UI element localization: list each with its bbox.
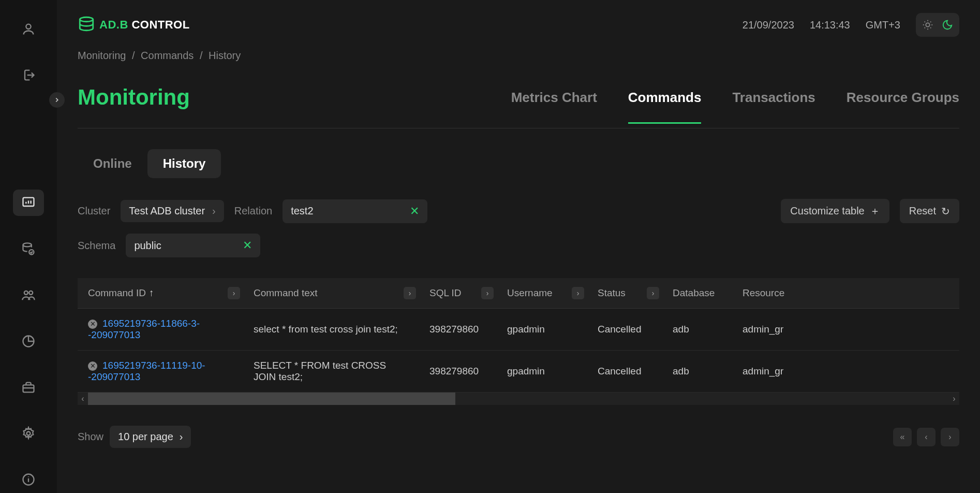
horizontal-scrollbar[interactable]: ‹ › <box>78 393 959 405</box>
resource-cell: admin_gr <box>732 309 959 351</box>
gear-icon[interactable] <box>13 421 44 447</box>
plus-icon: ＋ <box>870 204 880 218</box>
light-mode-button[interactable] <box>918 15 938 35</box>
chart-icon[interactable] <box>13 328 44 354</box>
reset-button[interactable]: Reset ↻ <box>900 199 959 223</box>
expand-sidebar-button[interactable] <box>49 92 65 108</box>
page-next-button[interactable]: › <box>941 428 959 446</box>
per-page-select[interactable]: 10 per page › <box>110 426 191 448</box>
status-cell: Cancelled <box>587 351 662 393</box>
page-prev-button[interactable]: ‹ <box>917 428 936 446</box>
chevron-right-icon: › <box>212 205 216 217</box>
col-menu-icon[interactable]: › <box>404 287 416 299</box>
users-icon[interactable] <box>13 282 44 308</box>
user-icon[interactable] <box>13 16 44 42</box>
svg-point-0 <box>26 24 31 28</box>
col-username[interactable]: Username› <box>497 278 587 309</box>
header-tz: GMT+3 <box>866 19 900 31</box>
sort-asc-icon: ↑ <box>149 287 154 298</box>
command-text-cell: SELECT * FROM test CROSS JOIN test2; <box>243 351 419 393</box>
col-menu-icon[interactable]: › <box>647 287 659 299</box>
logo[interactable]: AD.B CONTROL <box>78 15 190 35</box>
tab-metrics-chart[interactable]: Metrics Chart <box>511 90 597 124</box>
tab-resource-groups[interactable]: Resource Groups <box>847 90 959 124</box>
customize-table-button[interactable]: Customize table ＋ <box>781 199 889 223</box>
cluster-label: Cluster <box>78 205 110 217</box>
dark-mode-button[interactable] <box>938 15 957 35</box>
status-cell: Cancelled <box>587 309 662 351</box>
header-date: 21/09/2023 <box>743 19 794 31</box>
svg-point-4 <box>24 291 28 295</box>
table-row: ✕1695219736-11119-10--209077013 SELECT *… <box>78 351 959 393</box>
svg-point-10 <box>80 17 93 22</box>
refresh-icon: ↻ <box>941 205 950 218</box>
relation-label: Relation <box>234 205 272 217</box>
breadcrumb-monitoring[interactable]: Monitoring <box>78 50 126 61</box>
col-menu-icon[interactable]: › <box>481 287 494 299</box>
logout-icon[interactable] <box>13 62 44 88</box>
header-time: 14:13:43 <box>810 19 850 31</box>
svg-point-8 <box>27 432 31 436</box>
database-cell: adb <box>662 351 732 393</box>
col-database[interactable]: Database <box>662 278 732 309</box>
logo-text: AD.B CONTROL <box>99 18 190 32</box>
monitoring-icon[interactable] <box>13 190 44 216</box>
svg-point-5 <box>29 291 33 295</box>
schema-input[interactable]: public ✕ <box>126 234 260 257</box>
username-cell: gpadmin <box>497 309 587 351</box>
col-sql-id[interactable]: SQL ID› <box>419 278 497 309</box>
col-resource[interactable]: Resource <box>732 278 959 309</box>
database-cell: adb <box>662 309 732 351</box>
briefcase-icon[interactable] <box>13 374 44 400</box>
col-command-text[interactable]: Command text› <box>243 278 419 309</box>
svg-point-2 <box>23 243 32 247</box>
theme-toggle <box>916 13 959 37</box>
tab-transactions[interactable]: Transactions <box>732 90 815 124</box>
cancelled-icon: ✕ <box>88 361 97 371</box>
scrollbar-thumb[interactable] <box>88 393 455 405</box>
cluster-select[interactable]: Test ADB cluster › <box>121 200 224 222</box>
sql-id-cell: 398279860 <box>419 351 497 393</box>
col-status[interactable]: Status› <box>587 278 662 309</box>
col-menu-icon[interactable]: › <box>572 287 584 299</box>
subtab-online[interactable]: Online <box>78 149 147 178</box>
chevron-right-icon: › <box>180 431 183 443</box>
scroll-right-icon[interactable]: › <box>949 394 959 403</box>
breadcrumb: Monitoring / Commands / History <box>78 50 959 62</box>
subtab-history[interactable]: History <box>147 149 221 178</box>
logo-icon <box>78 15 95 35</box>
command-id-link[interactable]: 1695219736-11866-3--209077013 <box>88 318 200 340</box>
command-text-cell: select * from test cross join test2; <box>243 309 419 351</box>
svg-point-11 <box>926 23 929 26</box>
table-row: ✕1695219736-11866-3--209077013 select * … <box>78 309 959 351</box>
relation-input[interactable]: test2 ✕ <box>283 199 427 223</box>
header: AD.B CONTROL 21/09/2023 14:13:43 GMT+3 <box>57 0 980 50</box>
breadcrumb-history: History <box>209 50 241 61</box>
info-icon[interactable] <box>13 467 44 493</box>
username-cell: gpadmin <box>497 351 587 393</box>
col-command-id[interactable]: Command ID↑› <box>78 278 243 309</box>
clear-schema-icon[interactable]: ✕ <box>243 239 252 252</box>
page-title: Monitoring <box>78 85 190 128</box>
clear-relation-icon[interactable]: ✕ <box>410 205 419 218</box>
db-check-icon[interactable] <box>13 236 44 262</box>
schema-label: Schema <box>78 240 115 252</box>
main-content: AD.B CONTROL 21/09/2023 14:13:43 GMT+3 M… <box>57 0 980 493</box>
tab-commands[interactable]: Commands <box>628 90 702 124</box>
page-first-button[interactable]: « <box>893 428 912 446</box>
commands-table: Command ID↑› Command text› SQL ID› Usern… <box>78 278 959 393</box>
scroll-left-icon[interactable]: ‹ <box>78 394 88 403</box>
col-menu-icon[interactable]: › <box>228 287 240 299</box>
sidebar <box>0 0 57 493</box>
sql-id-cell: 398279860 <box>419 309 497 351</box>
cancelled-icon: ✕ <box>88 320 97 329</box>
resource-cell: admin_gr <box>732 351 959 393</box>
breadcrumb-commands[interactable]: Commands <box>141 50 194 61</box>
show-label: Show <box>78 431 103 443</box>
command-id-link[interactable]: 1695219736-11119-10--209077013 <box>88 360 205 382</box>
